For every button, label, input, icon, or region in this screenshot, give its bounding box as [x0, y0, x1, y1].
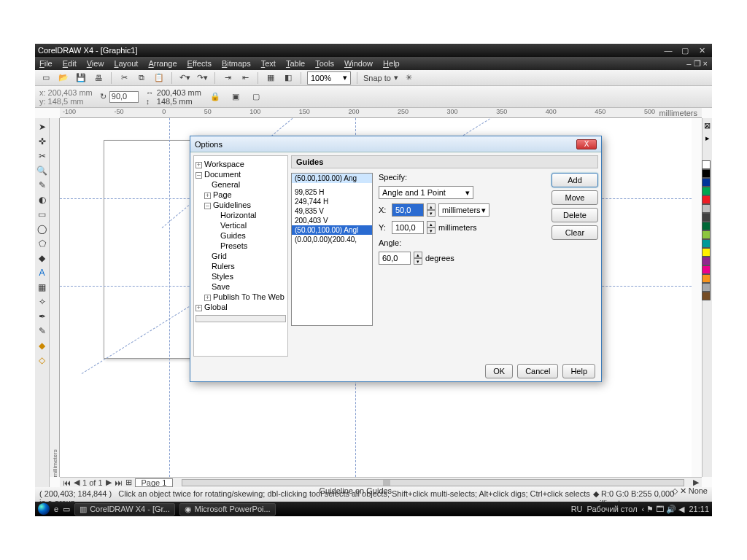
tree-general[interactable]: General [212, 180, 240, 189]
tree-scrollbar[interactable] [196, 315, 286, 322]
list-item[interactable]: 249,744 H [292, 197, 372, 206]
color-swatch[interactable] [702, 222, 711, 230]
menu-tools[interactable]: Tools [315, 59, 334, 68]
open-icon[interactable]: 📂 [57, 71, 70, 85]
tree-page[interactable]: Page [213, 190, 232, 199]
list-item[interactable]: 200,403 V [292, 216, 372, 225]
save-icon[interactable]: 💾 [74, 71, 88, 85]
delete-button[interactable]: Delete [551, 208, 598, 222]
fill-tool-icon[interactable]: ◆ [36, 340, 48, 351]
tree-guidelines[interactable]: Guidelines [213, 201, 251, 209]
list-item[interactable]: 99,825 H [292, 187, 372, 197]
copy-icon[interactable]: ⧉ [135, 71, 148, 85]
list-item[interactable]: 49,835 V [292, 206, 372, 216]
last-page-icon[interactable]: ⏭ [115, 478, 123, 487]
ok-button[interactable]: OK [485, 364, 513, 378]
lock-icon[interactable]: 🔒 [209, 90, 222, 104]
outline-tool-icon[interactable]: ✎ [36, 325, 48, 337]
start-button[interactable] [38, 503, 50, 515]
show-desktop[interactable]: Рабочий стол [587, 505, 638, 513]
to-back-icon[interactable]: ▢ [249, 90, 263, 104]
menu-edit[interactable]: Edit [63, 59, 77, 68]
color-swatch[interactable] [702, 274, 711, 283]
smart-fill-icon[interactable]: ◐ [36, 194, 48, 206]
color-swatch[interactable] [702, 169, 711, 178]
tree-presets[interactable]: Presets [220, 241, 247, 250]
tree-publish[interactable]: Publish To The Web [213, 292, 285, 301]
menu-layout[interactable]: Layout [114, 59, 138, 68]
print-icon[interactable]: 🖶 [92, 71, 105, 85]
export-icon[interactable]: ⇤ [239, 71, 252, 85]
list-item[interactable]: (50.00,100.00) Ang [292, 174, 372, 183]
menu-arrange[interactable]: Arrange [148, 59, 177, 68]
help-button[interactable]: Help [562, 364, 595, 378]
color-swatch[interactable] [702, 204, 711, 213]
angle-input[interactable]: 60,0 [379, 252, 411, 265]
add-page-icon[interactable]: ⊞ [125, 478, 132, 487]
quicklaunch-ie-icon[interactable]: e [54, 505, 58, 513]
quicklaunch-desktop-icon[interactable]: ▭ [63, 505, 70, 514]
to-front-icon[interactable]: ▣ [229, 90, 242, 104]
undo-icon[interactable]: ↶▾ [178, 71, 191, 85]
mdi-close[interactable]: × [703, 59, 708, 68]
tree-global[interactable]: Global [204, 303, 228, 311]
tree-styles[interactable]: Styles [212, 272, 233, 281]
menu-file[interactable]: File [39, 59, 53, 68]
menu-view[interactable]: View [87, 59, 104, 68]
language-indicator[interactable]: RU [571, 505, 583, 513]
tree-grid[interactable]: Grid [212, 252, 227, 260]
menu-help[interactable]: Help [383, 59, 400, 68]
menu-window[interactable]: Window [344, 59, 373, 68]
tray-icons[interactable]: ‹ ⚑ 🗔 🔊 ◀ [642, 505, 685, 514]
menu-effects[interactable]: Effects [187, 59, 212, 68]
color-swatch[interactable] [702, 230, 711, 239]
color-swatch[interactable] [702, 265, 711, 274]
y-spinner[interactable]: ▴▾ [427, 221, 436, 234]
cancel-button[interactable]: Cancel [517, 364, 558, 378]
color-swatch[interactable] [702, 213, 711, 222]
polygon-tool-icon[interactable]: ⬠ [36, 238, 48, 249]
tree-workspace[interactable]: Workspace [204, 160, 244, 168]
expand-docker-icon[interactable]: ▸ [705, 133, 710, 143]
color-swatch[interactable] [702, 292, 711, 300]
list-item[interactable]: (0.00,0.00)(200.40, [292, 235, 372, 244]
y-input[interactable]: 100,0 [392, 221, 424, 234]
prev-page-icon[interactable]: ◀ [74, 478, 80, 487]
color-swatch[interactable] [702, 248, 711, 257]
interactive-tool-icon[interactable]: ✧ [36, 296, 48, 308]
zoom-tool-icon[interactable]: 🔍 [36, 165, 48, 176]
dialog-close-button[interactable]: X [576, 139, 597, 149]
options-tree[interactable]: +Workspace –Document General +Page –Guid… [193, 155, 288, 357]
color-swatch[interactable] [702, 195, 711, 204]
tree-document[interactable]: Document [204, 170, 241, 179]
tree-horizontal[interactable]: Horizontal [220, 211, 257, 219]
color-swatch[interactable] [702, 178, 711, 187]
color-swatch[interactable] [702, 160, 711, 169]
freehand-tool-icon[interactable]: ✎ [36, 179, 48, 191]
paste-icon[interactable]: 📋 [152, 71, 166, 85]
mdi-minimize[interactable]: – [686, 59, 691, 68]
eyedropper-icon[interactable]: ✒ [36, 311, 48, 322]
redo-icon[interactable]: ↷▾ [196, 71, 209, 85]
next-page-icon[interactable]: ▶ [106, 478, 112, 487]
tree-guides[interactable]: Guides [220, 231, 246, 240]
color-swatch[interactable] [702, 283, 711, 292]
close-docker-icon[interactable]: ⊠ [704, 121, 711, 131]
add-button[interactable]: Add [551, 173, 598, 187]
basic-shapes-icon[interactable]: ◆ [36, 252, 48, 264]
interactive-fill-icon[interactable]: ◇ [36, 354, 48, 366]
pick-tool-icon[interactable]: ➤ [36, 121, 48, 133]
first-page-icon[interactable]: ⏮ [63, 478, 71, 487]
menu-bitmaps[interactable]: Bitmaps [222, 59, 251, 68]
new-icon[interactable]: ▭ [39, 71, 53, 85]
color-swatch[interactable] [702, 239, 711, 248]
tree-rulers[interactable]: Rulers [212, 262, 235, 271]
taskbar-app-powerpoint[interactable]: ◉ Microsoft PowerPoi... [179, 503, 276, 516]
clear-button[interactable]: Clear [551, 225, 598, 240]
x-input[interactable]: 50,0 [392, 203, 424, 217]
import-icon[interactable]: ⇥ [221, 71, 234, 85]
rotation-input[interactable]: 90,0 [109, 91, 139, 103]
tree-vertical[interactable]: Vertical [220, 221, 247, 230]
color-swatch[interactable] [702, 257, 711, 265]
list-item[interactable]: (50.00,100.00) Angl [292, 225, 372, 235]
